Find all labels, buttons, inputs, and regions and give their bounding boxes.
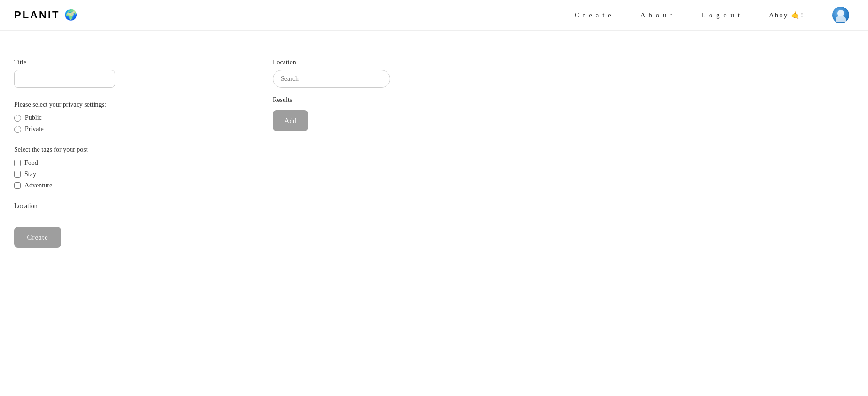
checkbox-stay-label: Stay [24,171,36,178]
radio-public-input[interactable] [14,115,21,122]
checkbox-food[interactable]: Food [14,159,268,167]
nav-right: C r e a t e A b o u t L o g o u t Ahoy 🤙… [575,7,849,23]
results-label: Results [273,96,854,104]
radio-private-label: Private [25,125,44,133]
checkbox-food-input[interactable] [14,160,21,166]
tags-section: Select the tags for your post Food Stay … [14,146,268,189]
checkbox-stay[interactable]: Stay [14,171,268,178]
privacy-label: Please select your privacy settings: [14,101,268,109]
radio-group: Public Private [14,114,268,133]
checkbox-adventure[interactable]: Adventure [14,182,268,189]
left-column: Title Please select your privacy setting… [14,59,268,248]
greeting-text: Ahoy 🤙! [769,11,804,19]
checkbox-group: Food Stay Adventure [14,159,268,189]
add-button[interactable]: Add [273,110,308,131]
checkbox-adventure-label: Adventure [24,182,52,189]
title-input[interactable] [14,70,115,88]
checkbox-food-label: Food [24,159,38,167]
checkbox-adventure-input[interactable] [14,182,21,189]
nav-logo[interactable]: PLANIT 🌍 [14,9,79,21]
privacy-section: Please select your privacy settings: Pub… [14,101,268,133]
navbar: PLANIT 🌍 C r e a t e A b o u t L o g o u… [0,0,868,31]
main-content: Title Please select your privacy setting… [0,31,868,266]
location-section-left: Location [14,202,268,214]
title-label: Title [14,59,268,66]
search-input[interactable] [273,70,390,88]
tags-label: Select the tags for your post [14,146,268,154]
right-column: Location Results Add [268,59,854,248]
radio-public-label: Public [25,114,42,122]
avatar[interactable] [832,7,849,23]
location-field-label: Location [273,59,854,66]
radio-private-input[interactable] [14,126,21,133]
about-link[interactable]: A b o u t [640,11,673,19]
radio-public[interactable]: Public [14,114,268,122]
location-label-left: Location [14,202,268,210]
radio-private[interactable]: Private [14,125,268,133]
create-link[interactable]: C r e a t e [575,11,612,19]
create-button[interactable]: Create [14,227,61,248]
checkbox-stay-input[interactable] [14,171,21,178]
logout-link[interactable]: L o g o u t [701,11,741,19]
